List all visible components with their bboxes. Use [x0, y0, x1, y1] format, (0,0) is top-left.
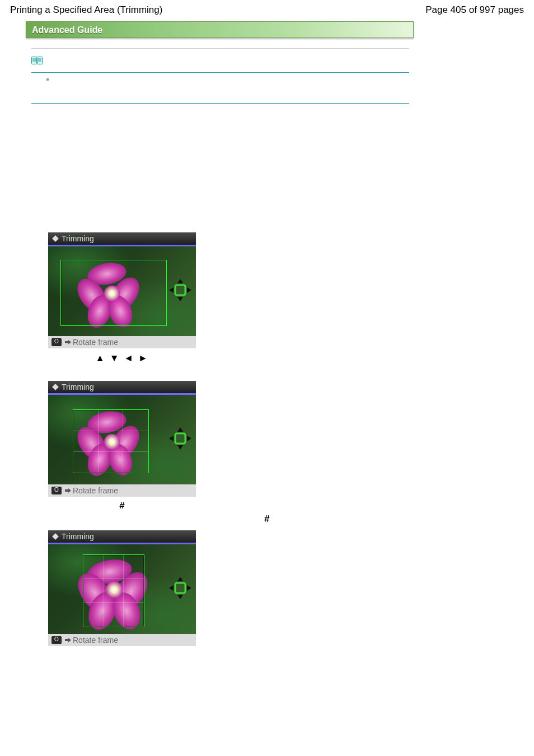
svg-rect-1 — [38, 57, 43, 64]
hash-caption: # — [48, 500, 196, 511]
svg-marker-18 — [169, 436, 174, 441]
trimming-frame[interactable] — [60, 260, 167, 326]
rotate-frame-label: Rotate frame — [73, 338, 118, 347]
rotate-frame-label: Rotate frame — [73, 486, 118, 495]
trimming-preview — [48, 544, 196, 634]
svg-rect-0 — [32, 57, 37, 64]
arrow-cycle-icon — [64, 487, 72, 494]
svg-marker-12 — [187, 287, 191, 293]
svg-rect-27 — [175, 583, 185, 593]
key-indicator-icon — [51, 487, 62, 494]
trimming-title: Trimming — [62, 234, 94, 243]
note-book-icon — [31, 55, 43, 66]
diamond-icon — [51, 235, 59, 242]
direction-hud-icon — [168, 426, 193, 453]
svg-marker-23 — [177, 577, 183, 581]
trimming-footer: Rotate frame — [48, 634, 196, 646]
svg-marker-8 — [52, 235, 59, 242]
trimming-panel-header: Trimming — [48, 232, 196, 246]
direction-hud-icon — [168, 576, 193, 603]
svg-marker-22 — [52, 533, 59, 540]
svg-marker-28 — [65, 638, 71, 642]
divider — [31, 48, 409, 49]
trimming-preview — [48, 395, 196, 484]
trimming-preview — [48, 246, 196, 336]
svg-marker-14 — [65, 340, 71, 344]
trimming-panel-header: Trimming — [48, 381, 196, 395]
svg-marker-19 — [187, 436, 191, 441]
arrow-keys-caption: ▲ ▼ ◄ ► — [48, 353, 196, 364]
diamond-icon — [51, 533, 59, 540]
svg-marker-25 — [169, 585, 174, 591]
svg-marker-9 — [177, 279, 183, 283]
svg-marker-26 — [187, 585, 191, 591]
key-indicator-icon — [51, 636, 62, 644]
svg-marker-11 — [169, 287, 174, 293]
trimming-frame[interactable] — [83, 554, 144, 627]
trimming-title: Trimming — [62, 382, 94, 391]
diamond-icon — [51, 383, 59, 391]
svg-marker-21 — [65, 488, 71, 493]
svg-marker-10 — [177, 297, 183, 301]
list-bullet — [46, 78, 49, 81]
trimming-title: Trimming — [62, 532, 94, 541]
arrow-cycle-icon — [64, 636, 72, 644]
page-indicator: Page 405 of 997 pages — [425, 4, 524, 16]
svg-marker-15 — [52, 384, 59, 390]
key-indicator-icon — [51, 338, 62, 346]
trimming-panel-header: Trimming — [48, 530, 196, 544]
banner-advanced-guide: Advanced Guide — [26, 21, 414, 38]
page-title: Printing a Specified Area (Trimming) — [10, 4, 162, 16]
svg-marker-24 — [177, 595, 183, 599]
hash-caption-side: # — [264, 514, 269, 525]
trimming-footer: Rotate frame — [48, 484, 196, 497]
trimming-footer: Rotate frame — [48, 336, 196, 348]
divider-teal — [31, 72, 409, 73]
arrow-cycle-icon — [64, 338, 72, 346]
svg-marker-16 — [177, 427, 183, 432]
rotate-frame-label: Rotate frame — [73, 636, 118, 645]
banner-text: Advanced Guide — [32, 25, 102, 35]
trimming-frame[interactable] — [73, 409, 149, 473]
svg-marker-17 — [177, 445, 183, 450]
svg-rect-20 — [175, 433, 185, 444]
direction-hud-icon — [168, 278, 193, 305]
divider-teal — [31, 103, 409, 104]
svg-rect-13 — [175, 285, 185, 295]
